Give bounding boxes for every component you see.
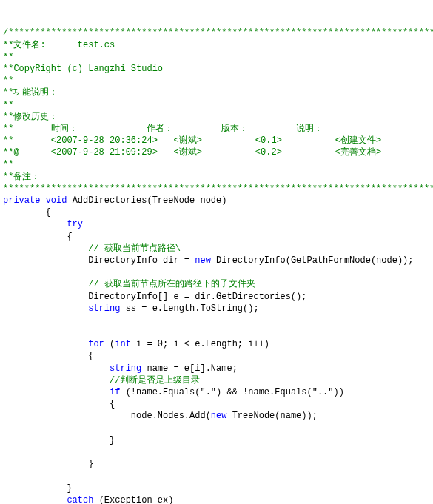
keyword-try: try — [67, 219, 83, 229]
keyword-new: new — [211, 411, 227, 421]
code-text — [3, 303, 88, 314]
keyword-for: for — [88, 339, 104, 349]
method-sig: AddDirectories(TreeNode node) — [67, 195, 226, 206]
keyword-void: void — [46, 195, 67, 206]
comment-line: ** — [3, 100, 13, 110]
comment-line: **文件名: test.cs — [3, 40, 115, 50]
keyword-private: private — [3, 195, 40, 206]
code-text: name = e[i].Name; — [141, 363, 238, 374]
brace: { — [3, 232, 73, 242]
code-text — [3, 495, 67, 504]
code-text: TreeNode(name)); — [226, 411, 317, 421]
code-text: node.Nodes.Add( — [3, 411, 211, 421]
code-text: i = 0; i < e.Length; i++) — [131, 339, 269, 349]
comment-line: ** — [3, 75, 13, 86]
comment-line: **@ <2007-9-28 21:09:29> <谢斌> <0.2> <完善文… — [3, 147, 381, 158]
brace: } — [3, 483, 73, 494]
keyword-string: string — [88, 303, 120, 314]
comment-line: // 获取当前节点所在的路径下的子文件夹 — [3, 279, 255, 289]
comment-line: ** 时间： 作者： 版本： 说明： — [3, 124, 323, 134]
keyword-string: string — [110, 363, 141, 374]
comment-line: //判断是否是上级目录 — [3, 375, 200, 386]
code-text: ss = e.Length.ToString(); — [120, 303, 258, 314]
brace: { — [3, 351, 93, 361]
comment-line: ****************************************… — [3, 184, 433, 194]
keyword-if: if — [110, 387, 120, 397]
brace: } — [3, 459, 93, 469]
brace: { — [3, 399, 115, 409]
code-text — [3, 339, 88, 349]
keyword-catch: catch — [67, 495, 93, 504]
keyword-new: new — [195, 255, 211, 266]
cursor — [110, 448, 110, 457]
brace: } — [3, 435, 115, 446]
comment-line: ** — [3, 159, 13, 169]
comment-line: **功能说明： — [3, 87, 58, 98]
code-text: DirectoryInfo[] e = dir.GetDirectories()… — [3, 292, 306, 302]
comment-line: ** — [3, 52, 13, 62]
code-text: (Exception ex) — [93, 495, 173, 504]
brace: { — [3, 207, 51, 218]
code-text: DirectoryInfo dir = — [3, 255, 195, 266]
code-text — [3, 363, 110, 374]
comment-line: **备注： — [3, 172, 40, 182]
comment-line: // 获取当前节点路径\ — [3, 243, 181, 254]
code-text: ( — [104, 339, 115, 349]
comment-line: **修改历史： — [3, 112, 58, 122]
comment-line: ** <2007-9-28 20:36:24> <谢斌> <0.1> <创建文件… — [3, 135, 381, 146]
keyword-int: int — [115, 339, 131, 349]
code-text: (!name.Equals(".") && !name.Equals("..")… — [120, 387, 343, 397]
code-text: DirectoryInfo(GetPathFormNode(node)); — [211, 255, 414, 266]
comment-line: **CopyRight (c) Langzhi Studio — [3, 64, 163, 74]
code-text — [3, 387, 110, 397]
comment-line: /***************************************… — [3, 27, 433, 38]
